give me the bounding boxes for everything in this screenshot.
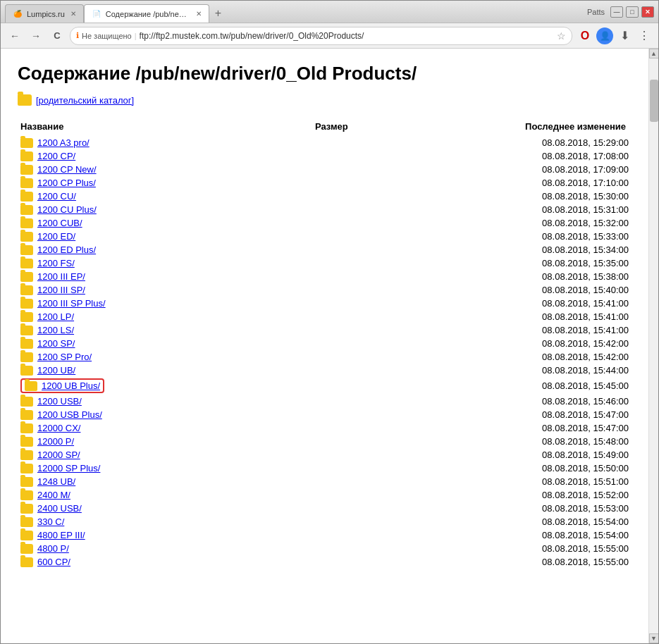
folder-icon xyxy=(20,312,33,322)
dir-link[interactable]: 12000 SP/ xyxy=(37,450,80,460)
dir-date-cell: 08.08.2018, 15:46:00 xyxy=(354,395,632,408)
dir-link[interactable]: 1200 UB/ xyxy=(37,365,75,376)
scrollbar-thumb[interactable] xyxy=(650,80,658,122)
dir-link[interactable]: 2400 M/ xyxy=(37,490,70,500)
folder-icon xyxy=(20,490,33,500)
profile-label: Patts xyxy=(587,8,605,16)
scrollbar[interactable]: ▲ ▼ xyxy=(648,49,658,643)
dir-name-cell: 1200 CU/ xyxy=(18,190,248,203)
bookmark-icon[interactable]: ☆ xyxy=(557,30,566,42)
tab-lumpics[interactable]: 🍊 Lumpics.ru ✕ xyxy=(5,4,84,23)
tab-close-ftp[interactable]: ✕ xyxy=(196,10,202,18)
download-icon[interactable]: ⬇ xyxy=(616,27,633,44)
user-icon[interactable]: 👤 xyxy=(596,27,613,44)
forward-button[interactable]: → xyxy=(27,27,44,44)
folder-icon xyxy=(20,232,33,242)
opera-icon[interactable]: O xyxy=(577,27,593,44)
dir-link[interactable]: 1200 III SP Plus/ xyxy=(37,298,106,309)
dir-link[interactable]: 1200 ED/ xyxy=(37,231,75,242)
dir-size-cell xyxy=(248,435,354,448)
dir-link[interactable]: 1200 ED Plus/ xyxy=(37,244,96,255)
address-text[interactable]: ftp://ftp2.mustek.com.tw/pub/new/driver/… xyxy=(140,31,554,41)
dir-name-cell: 1200 CU Plus/ xyxy=(18,203,248,216)
dir-size-cell xyxy=(248,350,354,364)
dir-link[interactable]: 600 CP/ xyxy=(37,557,70,567)
folder-icon xyxy=(20,544,33,554)
dir-date-cell: 08.08.2018, 15:55:00 xyxy=(354,542,632,555)
dir-link[interactable]: 1200 III SP/ xyxy=(37,285,85,295)
scroll-down-arrow[interactable]: ▼ xyxy=(649,633,659,643)
dir-date-cell: 08.08.2018, 15:40:00 xyxy=(354,283,632,297)
dir-link[interactable]: 4800 EP III/ xyxy=(37,530,85,540)
address-bar[interactable]: ℹ Не защищено | ftp://ftp2.mustek.com.tw… xyxy=(70,27,572,45)
dir-date-cell: 08.08.2018, 15:44:00 xyxy=(354,364,632,377)
dir-link[interactable]: 1200 III EP/ xyxy=(37,271,85,282)
folder-icon xyxy=(20,410,33,420)
dir-link[interactable]: 1200 CP Plus/ xyxy=(37,178,96,188)
minimize-button[interactable]: — xyxy=(610,6,623,18)
dir-link[interactable]: 1200 CU Plus/ xyxy=(37,204,97,215)
dir-link[interactable]: 1200 UB Plus/ xyxy=(42,380,100,391)
dir-link[interactable]: 1200 LP/ xyxy=(37,311,74,322)
dir-link[interactable]: 2400 USB/ xyxy=(37,503,82,514)
dir-link[interactable]: 1200 FS/ xyxy=(37,258,75,268)
dir-link[interactable]: 1200 CP New/ xyxy=(37,164,97,175)
dir-link[interactable]: 1200 CP/ xyxy=(37,151,75,161)
dir-link[interactable]: 12000 SP Plus/ xyxy=(37,463,100,473)
dir-name-cell: 4800 EP III/ xyxy=(18,528,248,542)
folder-icon xyxy=(20,272,33,282)
folder-icon xyxy=(20,517,33,527)
dir-link[interactable]: 1200 LS/ xyxy=(37,325,74,335)
dir-size-cell xyxy=(248,230,354,243)
col-date-header: Последнее изменение xyxy=(354,118,632,136)
new-tab-button[interactable]: + xyxy=(209,4,227,23)
dir-date-cell: 08.08.2018, 15:41:00 xyxy=(354,297,632,310)
dir-link[interactable]: 1200 CUB/ xyxy=(37,218,82,228)
table-row: 600 CP/08.08.2018, 15:55:00 xyxy=(18,555,632,569)
dir-name-cell: 600 CP/ xyxy=(18,555,248,569)
parent-link[interactable]: [родительский каталог] xyxy=(36,95,134,106)
dir-link[interactable]: 1200 SP Pro/ xyxy=(37,352,92,362)
page-heading: Содержание /pub/new/driver/0_Old Product… xyxy=(18,63,632,85)
dir-link[interactable]: 1200 USB Plus/ xyxy=(37,409,102,420)
dir-link[interactable]: 1200 SP/ xyxy=(37,338,75,349)
tab-close-lumpics[interactable]: ✕ xyxy=(70,10,76,18)
tab-favicon-lumpics: 🍊 xyxy=(13,9,23,19)
folder-icon xyxy=(20,218,33,228)
table-row: 4800 P/08.08.2018, 15:55:00 xyxy=(18,542,632,555)
address-separator: | xyxy=(135,32,137,40)
maximize-button[interactable]: □ xyxy=(626,6,639,18)
table-row: 12000 P/08.08.2018, 15:48:00 xyxy=(18,435,632,448)
menu-icon[interactable]: ⋮ xyxy=(636,27,653,44)
dir-link[interactable]: 330 C/ xyxy=(37,516,64,527)
dir-size-cell xyxy=(248,149,354,163)
dir-date-cell: 08.08.2018, 15:47:00 xyxy=(354,421,632,435)
dir-size-cell xyxy=(248,136,354,149)
dir-date-cell: 08.08.2018, 15:51:00 xyxy=(354,475,632,488)
dir-name-cell: 1200 LS/ xyxy=(18,323,248,337)
dir-date-cell: 08.08.2018, 15:33:00 xyxy=(354,230,632,243)
dir-link[interactable]: 1200 CU/ xyxy=(37,191,76,202)
dir-link[interactable]: 1248 UB/ xyxy=(37,476,75,487)
folder-icon xyxy=(20,245,33,255)
scroll-up-arrow[interactable]: ▲ xyxy=(649,49,659,58)
dir-name-cell: 1200 III SP Plus/ xyxy=(18,297,248,310)
dir-link[interactable]: 12000 P/ xyxy=(37,436,74,447)
table-row: 1200 LS/08.08.2018, 15:41:00 xyxy=(18,323,632,337)
dir-size-cell xyxy=(248,488,354,502)
folder-icon xyxy=(20,165,33,175)
dir-link[interactable]: 12000 CX/ xyxy=(37,423,80,433)
dir-link[interactable]: 4800 P/ xyxy=(37,543,69,554)
table-row: 1200 CP Plus/08.08.2018, 17:10:00 xyxy=(18,176,632,190)
refresh-button[interactable]: C xyxy=(49,27,66,44)
back-button[interactable]: ← xyxy=(6,27,23,44)
tab-ftp[interactable]: 📄 Содержание /pub/new/… ✕ xyxy=(84,4,209,23)
nav-bar: ← → C ℹ Не защищено | ftp://ftp2.mustek.… xyxy=(1,23,658,49)
table-row: 1200 SP Pro/08.08.2018, 15:42:00 xyxy=(18,350,632,364)
dir-link[interactable]: 1200 A3 pro/ xyxy=(37,137,90,148)
dir-date-cell: 08.08.2018, 15:55:00 xyxy=(354,555,632,569)
dir-name-cell: 1200 UB Plus/ xyxy=(18,377,248,395)
dir-link[interactable]: 1200 USB/ xyxy=(37,396,82,407)
close-button[interactable]: ✕ xyxy=(641,6,654,18)
dir-date-cell: 08.08.2018, 15:42:00 xyxy=(354,350,632,364)
